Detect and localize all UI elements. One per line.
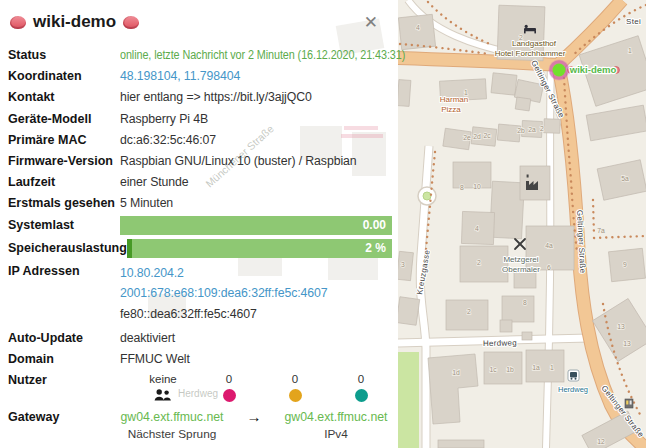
map-grass-area — [398, 352, 419, 448]
house-number: 8 — [460, 184, 464, 191]
row-label: Geräte-Modell — [8, 111, 120, 127]
street-label: Stei — [626, 17, 641, 26]
auto-update-value: deaktiviert — [120, 330, 175, 346]
poi-pizza-line2: Pizza — [441, 105, 461, 114]
node-info-panel: Münchener Straße Herdweg wiki-demo ✕ Sta… — [0, 0, 398, 448]
gateway-next-hop-link[interactable]: gw04.ext.ffmuc.net — [120, 409, 224, 425]
house-number: 2 — [477, 259, 481, 266]
row-label: Kontakt — [8, 89, 120, 105]
wifi2-dot-icon — [223, 389, 236, 402]
poi-pizza-line1: Harman — [440, 95, 468, 104]
row-label: Status — [8, 47, 120, 63]
row-label: Firmware-Version — [8, 153, 120, 169]
brain-icon — [10, 16, 26, 29]
clients-total-value: keine — [130, 372, 196, 386]
clients-total: keine — [130, 372, 196, 402]
house-number: 10 — [473, 183, 481, 190]
row-label: IP Adressen — [8, 263, 120, 279]
row-domain: Domain FFMUC Welt — [8, 351, 392, 367]
poi-hotel-line2: Hotel Forchhammer — [495, 49, 566, 58]
row-label: Auto-Update — [8, 330, 120, 346]
house-number: 2 — [519, 34, 523, 41]
domain-value: FFMUC Welt — [120, 351, 190, 367]
clients-5ghz-value: 0 — [262, 372, 328, 386]
house-number: 1 — [628, 47, 632, 54]
row-label: Nutzer — [8, 372, 120, 388]
gateway-ipv4-link[interactable]: gw04.ext.ffmuc.net — [284, 409, 388, 425]
house-number: 4 — [416, 24, 420, 31]
row-label: Laufzeit — [8, 174, 120, 190]
row-label: Systemlast — [8, 217, 120, 233]
house-number: 9 — [623, 261, 627, 268]
node-label[interactable]: wiki-demo — [569, 64, 617, 75]
house-number: 2e — [463, 134, 471, 141]
people-icon — [130, 388, 196, 401]
gateway-next-hop: gw04.ext.ffmuc.net Nächster Sprung — [120, 409, 224, 441]
uptime-value: einer Stunde — [120, 174, 189, 190]
house-number: 4a — [545, 242, 553, 249]
house-number: 13 — [623, 340, 631, 347]
house-number: 2c — [483, 132, 491, 139]
wifi5-dot-icon — [289, 389, 302, 402]
row-label: Gateway — [8, 409, 120, 425]
house-number: 1c — [489, 366, 497, 373]
row-label: Koordinaten — [8, 68, 120, 84]
street-label: Herdweg — [483, 338, 517, 348]
house-number: 12 — [597, 438, 605, 445]
house-number: 2b — [517, 127, 525, 134]
close-icon[interactable]: ✕ — [364, 14, 378, 31]
clients-5ghz: 0 — [262, 372, 328, 402]
node-marker[interactable] — [549, 60, 570, 81]
device-model-value: Raspberry Pi 4B — [120, 111, 208, 127]
clients-2ghz: 0 — [196, 372, 262, 402]
row-laufzeit: Laufzeit einer Stunde — [8, 174, 392, 190]
other-dot-icon — [355, 389, 368, 402]
coordinates-link[interactable]: 48.198104, 11.798404 — [120, 68, 240, 84]
brain-icon — [123, 16, 139, 29]
ip-address-local: fe80::dea6:32ff:fe5c:4607 — [120, 304, 327, 325]
meshviewer-app: wiki-demo Landgasthof Hotel Forchhammer … — [0, 0, 646, 448]
memory-bar: 2 % — [127, 239, 392, 258]
bus-stop-icon — [568, 370, 579, 381]
house-number: 3 — [401, 261, 405, 268]
house-number: 7a — [597, 227, 605, 234]
gateway-next-hop-caption: Nächster Sprung — [120, 427, 224, 441]
gateway-ipv4: gw04.ext.ffmuc.net IPv4 — [284, 409, 388, 441]
load-bar-value: 0.00 — [363, 216, 386, 235]
house-number: 4 — [475, 225, 479, 232]
first-seen-value: 5 Minuten — [120, 195, 173, 211]
row-nutzer: Nutzer keine 0 — [8, 372, 392, 402]
ip-address-link[interactable]: 10.80.204.2 — [120, 263, 327, 284]
row-label: Domain — [8, 351, 120, 367]
row-kontakt: Kontakt hier entlang => https://bit.ly/3… — [8, 89, 392, 105]
house-number: 5a — [621, 175, 629, 182]
house-number: 1 — [464, 89, 468, 96]
row-label: Primäre MAC — [8, 132, 120, 148]
row-auto-update: Auto-Update deaktiviert — [8, 330, 392, 346]
bus-stop-label: Herdweg — [558, 385, 588, 394]
status-value: online, letzte Nachricht vor 2 Minuten (… — [120, 47, 405, 63]
house-number: 2 — [540, 125, 544, 132]
row-ip-adressen: IP Adressen 10.80.204.2 2001:678:e68:109… — [8, 263, 392, 325]
vending-icon — [625, 399, 633, 408]
row-koordinaten: Koordinaten 48.198104, 11.798404 — [8, 68, 392, 84]
clients-other-value: 0 — [328, 372, 394, 386]
poi-butcher-line2: Obermaier — [502, 265, 540, 274]
house-number: 1b — [506, 366, 514, 373]
memory-bar-fill — [127, 239, 132, 258]
row-gateway: Gateway gw04.ext.ffmuc.net Nächster Spru… — [8, 409, 392, 441]
ip-address-link[interactable]: 2001:678:e68:109:dea6:32ff:fe5c:4607 — [120, 283, 327, 304]
mac-value: dc:a6:32:5c:46:07 — [120, 132, 216, 148]
memory-bar-value: 2 % — [365, 239, 386, 258]
contact-value: hier entlang => https://bit.ly/3ajjQC0 — [120, 89, 312, 105]
roundabout — [418, 187, 436, 205]
firmware-value: Raspbian GNU/Linux 10 (buster) / Raspbia… — [120, 153, 357, 169]
map-canvas[interactable]: wiki-demo Landgasthof Hotel Forchhammer … — [398, 0, 646, 448]
row-geraete-modell: Geräte-Modell Raspberry Pi 4B — [8, 111, 392, 127]
house-number: 2 — [467, 308, 471, 315]
house-number: 1 — [550, 364, 554, 371]
load-bar: 0.00 — [120, 216, 392, 235]
node-title: wiki-demo — [33, 12, 116, 32]
clients-2ghz-value: 0 — [196, 372, 262, 386]
row-systemlast: Systemlast 0.00 — [8, 217, 392, 235]
